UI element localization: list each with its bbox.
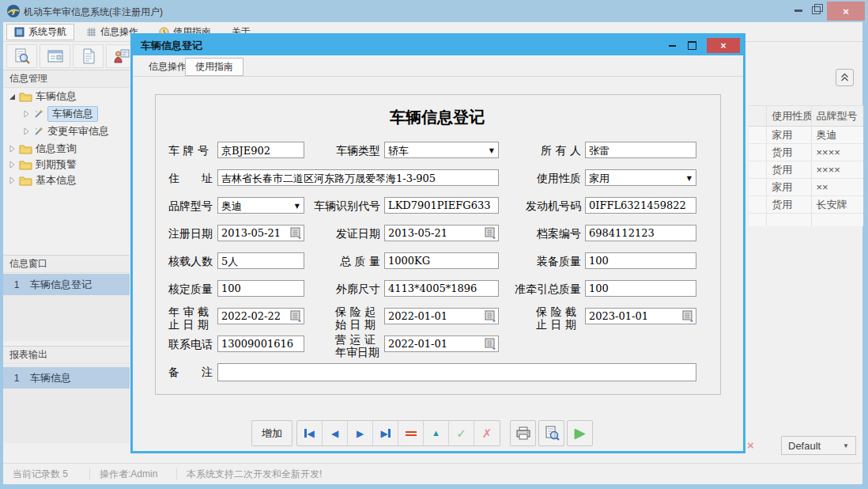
calendar-icon[interactable] [485, 310, 496, 322]
expander-expanded-icon[interactable] [8, 93, 16, 100]
confirm-icon: ✓ [456, 427, 466, 439]
owner-label: 所 有 人 [488, 144, 581, 157]
remark-input[interactable] [217, 363, 696, 381]
status-note: 本系统支持二次开发和全新开发! [177, 468, 331, 480]
vin-input[interactable]: LKD7901PIEFG633 [384, 197, 499, 214]
insurance-start-date-picker[interactable]: 2022-01-01 [384, 308, 499, 324]
equip-mass-input[interactable]: 100 [585, 252, 696, 269]
edit-record-button[interactable]: ▲ [424, 421, 449, 445]
calendar-icon[interactable] [290, 310, 302, 322]
address-label: 住 址 [168, 172, 221, 184]
status-bar: 当前记录数 5 操作者:Admin 本系统支持二次开发和全新开发! [3, 463, 862, 484]
expander-collapsed-icon[interactable] [8, 145, 16, 153]
grid-row[interactable]: 家用 ×× [749, 179, 863, 196]
section-header-info-manage[interactable]: 信息管理 [3, 70, 130, 88]
section-header-info-window[interactable]: 信息窗口 [3, 255, 130, 273]
cell-usage: 家用 [767, 127, 811, 143]
cancel-record-button[interactable]: ✗ [474, 421, 500, 445]
tree-node-vehicle-info[interactable]: 车辆信息 [22, 106, 98, 122]
insurance-end-label: 保 险 截 止 日 期 [536, 305, 583, 331]
folder-icon [19, 159, 32, 170]
minimize-button[interactable] [791, 0, 806, 21]
vehicle-data-grid[interactable]: 使用性质 品牌型号 家用 奥迪 货用 ×××× 货用 ×××× 家用 ×× 货用… [749, 105, 863, 226]
prior-record-button[interactable]: ◀ [323, 421, 348, 445]
info-card-tool-button[interactable] [40, 44, 70, 68]
column-header-brand[interactable]: 品牌型号 [812, 106, 863, 126]
tree-node-expiry-warning[interactable]: 到期预警 [8, 157, 77, 172]
gross-mass-input[interactable]: 1000KG [384, 252, 499, 269]
vehicle-type-label: 车辆类型 [287, 144, 380, 157]
expander-collapsed-icon[interactable] [8, 161, 16, 169]
grid-row[interactable]: 货用 长安牌 [749, 196, 863, 214]
engine-label: 发动机号码 [488, 199, 581, 212]
last-record-button[interactable]: ▶ [373, 421, 398, 445]
dimensions-label: 外廓尺寸 [287, 282, 380, 295]
column-header-usage[interactable]: 使用性质 [767, 106, 811, 126]
calendar-icon[interactable] [682, 310, 694, 322]
execute-button[interactable]: ▶ [567, 420, 593, 446]
post-record-button[interactable]: ✓ [449, 421, 474, 445]
info-window-item[interactable]: 1 车辆信息登记 [3, 274, 130, 295]
search-tool-button[interactable] [6, 44, 37, 68]
close-button[interactable]: × [827, 2, 865, 21]
filter-close-icon[interactable]: × [747, 438, 754, 452]
tab-user-guide[interactable]: 使用指南 [185, 58, 243, 76]
wand-icon [33, 126, 44, 137]
restore-button[interactable] [808, 0, 824, 21]
grid-row[interactable]: 货用 ×××× [749, 144, 863, 161]
issue-date-label: 发证日期 [287, 227, 380, 240]
form-title: 车辆信息登记 [155, 107, 719, 128]
engine-input[interactable]: 0IFFL6321459822 [585, 197, 696, 214]
grid-row[interactable]: 家用 奥迪 [749, 127, 863, 144]
dialog-close-button[interactable]: × [707, 38, 740, 53]
insurance-end-date-picker[interactable]: 2023-01-01 [585, 308, 696, 324]
expander-collapsed-icon[interactable] [22, 110, 30, 118]
address-input[interactable]: 吉林省长春市二道区河东路万晟爱琴海1-3-905 [217, 169, 499, 186]
minimize-icon [669, 45, 676, 47]
navigation-icon [14, 27, 25, 37]
file-number-input[interactable]: 6984112123 [585, 225, 696, 241]
print-preview-button[interactable] [538, 420, 564, 446]
menu-tab-system-nav[interactable]: 系统导航 [6, 24, 74, 40]
dialog-title: 车辆信息登记 [141, 39, 202, 53]
first-record-button[interactable]: ◀ [297, 421, 323, 445]
operation-cert-date-picker[interactable]: 2022-01-01 [384, 335, 499, 352]
vehicle-type-combobox[interactable]: 轿车 ▼ [384, 142, 499, 158]
add-record-button[interactable]: 增加 [251, 420, 292, 446]
cell-usage: 货用 [767, 144, 811, 161]
chevron-down-icon: ▼ [843, 442, 849, 449]
grid-row[interactable]: 货用 ×××× [749, 161, 863, 179]
tree-node-vehicle-info-root[interactable]: 车辆信息 [8, 89, 77, 104]
issue-date-picker[interactable]: 2013-05-21 [384, 225, 499, 241]
tree-node-basic-info[interactable]: 基本信息 [8, 172, 77, 188]
grid-empty-row [749, 214, 863, 226]
collapse-panel-button[interactable] [836, 69, 854, 86]
dimensions-input[interactable]: 4113*4005*1896 [384, 280, 499, 297]
tree-node-info-query[interactable]: 信息查询 [8, 141, 77, 157]
window-title: 机动车年审信息系统(非注册用户) [24, 6, 163, 19]
grid-icon [86, 27, 96, 37]
phone-input[interactable]: 13009001616 [217, 335, 304, 352]
owner-input[interactable]: 张雷 [585, 142, 696, 158]
app-logo-icon: y [6, 4, 21, 18]
info-card-icon [47, 47, 64, 65]
report-tool-button[interactable] [73, 44, 104, 68]
chevron-down-icon: ▼ [687, 175, 692, 182]
next-record-button[interactable]: ▶ [348, 421, 373, 445]
report-output-item[interactable]: 1 车辆信息 [3, 367, 130, 389]
delete-record-button[interactable] [398, 421, 424, 445]
section-header-report-output[interactable]: 报表输出 [3, 346, 130, 364]
usage-combobox[interactable]: 家用 ▼ [585, 169, 696, 186]
close-icon: × [720, 40, 726, 51]
inspect-due-date-picker[interactable]: 2022-02-22 [217, 308, 304, 324]
calendar-icon[interactable] [485, 338, 496, 350]
tow-mass-input[interactable]: 100 [585, 280, 696, 297]
expander-collapsed-icon[interactable] [22, 127, 30, 135]
default-style-combobox[interactable]: Default ▼ [781, 436, 856, 455]
dialog-minimize-button[interactable] [664, 38, 680, 53]
expander-collapsed-icon[interactable] [8, 176, 16, 184]
print-button[interactable] [510, 420, 536, 446]
dialog-maximize-button[interactable] [684, 38, 700, 53]
cell-brand: 长安牌 [812, 196, 863, 213]
tree-node-change-inspect-info[interactable]: 变更年审信息 [22, 123, 109, 139]
